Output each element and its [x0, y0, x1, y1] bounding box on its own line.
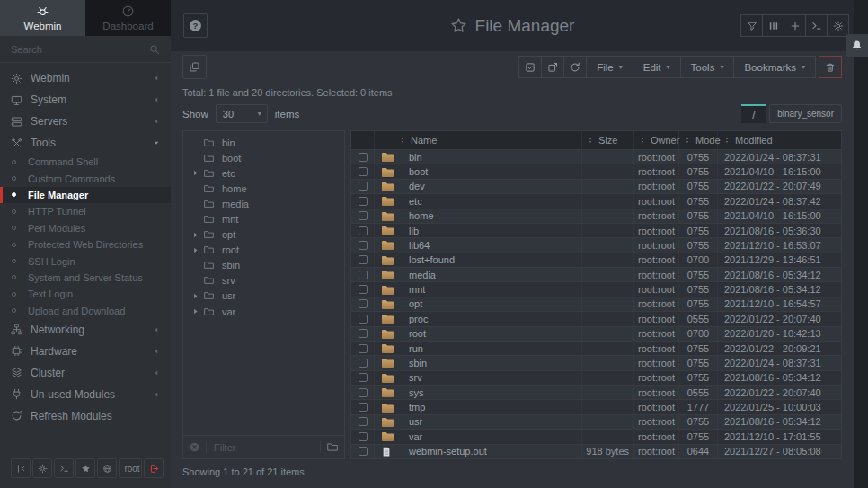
- user-button[interactable]: root: [119, 458, 142, 478]
- breadcrumb-root[interactable]: /: [741, 104, 766, 123]
- sidebar-item[interactable]: SSH Login: [0, 253, 171, 269]
- row-checkbox[interactable]: [359, 285, 368, 294]
- tree-item[interactable]: sbin: [183, 258, 344, 273]
- favorites-button[interactable]: [75, 458, 95, 478]
- tree-item[interactable]: usr: [183, 288, 344, 304]
- file-name[interactable]: webmin-setup.out: [403, 445, 582, 458]
- expand-caret-icon[interactable]: [191, 292, 199, 300]
- table-row[interactable]: lost+found root:root 0700 2021/12/29 - 1…: [351, 253, 841, 267]
- file-name[interactable]: usr: [403, 415, 582, 429]
- table-row[interactable]: etc root:root 0755 2022/01/24 - 08:37:42: [351, 193, 841, 208]
- sidebar-item[interactable]: HTTP Tunnel: [0, 203, 171, 219]
- tree-item[interactable]: mnt: [183, 211, 344, 226]
- sidebar-item[interactable]: Un-used Modules: [0, 384, 171, 405]
- table-row[interactable]: tmp root:root 1777 2022/01/25 - 10:00:03: [351, 399, 841, 413]
- sidebar-item[interactable]: Text Login: [0, 286, 171, 302]
- file-name[interactable]: media: [403, 268, 582, 281]
- row-checkbox[interactable]: [359, 432, 368, 441]
- columns-button[interactable]: [762, 14, 784, 37]
- tree-filter-input[interactable]: [212, 441, 314, 454]
- table-row[interactable]: boot root:root 0755 2021/04/10 - 16:15:0…: [351, 164, 841, 178]
- search-input[interactable]: [11, 44, 149, 55]
- row-checkbox[interactable]: [359, 153, 368, 162]
- tree-item[interactable]: etc: [183, 165, 344, 181]
- edit-menu-button[interactable]: Edit▾: [633, 56, 681, 78]
- sidebar-item[interactable]: Protected Web Directories: [0, 236, 171, 253]
- sidebar-item[interactable]: Hardware: [0, 341, 171, 362]
- sidebar-item[interactable]: Upload and Download: [0, 303, 171, 319]
- row-checkbox[interactable]: [359, 182, 368, 191]
- tree-item[interactable]: srv: [183, 273, 344, 288]
- file-name[interactable]: opt: [403, 297, 582, 311]
- row-checkbox[interactable]: [359, 315, 368, 324]
- tools-menu-button[interactable]: Tools▾: [680, 56, 735, 78]
- help-button[interactable]: ?: [183, 13, 208, 38]
- column-header-owner[interactable]: Owner: [634, 131, 679, 149]
- row-checkbox[interactable]: [359, 417, 368, 426]
- file-name[interactable]: lost+found: [403, 253, 582, 267]
- file-name[interactable]: sbin: [403, 356, 582, 369]
- folder-icon[interactable]: [326, 441, 339, 453]
- file-name[interactable]: mnt: [403, 282, 582, 296]
- tree-item[interactable]: media: [183, 196, 344, 211]
- file-name[interactable]: var: [403, 430, 582, 443]
- sidebar-item[interactable]: Custom Commands: [0, 170, 171, 186]
- row-checkbox[interactable]: [359, 241, 368, 250]
- file-name[interactable]: sys: [403, 386, 582, 399]
- file-name[interactable]: tmp: [403, 400, 582, 413]
- row-checkbox[interactable]: [359, 388, 368, 397]
- tree-item[interactable]: root: [183, 243, 344, 258]
- file-name[interactable]: etc: [403, 194, 582, 208]
- sidebar-item[interactable]: Webmin: [0, 67, 171, 89]
- row-checkbox[interactable]: [359, 255, 368, 264]
- expand-caret-icon[interactable]: [191, 169, 199, 177]
- export-button[interactable]: [541, 56, 564, 78]
- file-name[interactable]: home: [403, 209, 582, 223]
- file-name[interactable]: boot: [403, 164, 582, 178]
- theme-button[interactable]: [32, 458, 52, 478]
- table-row[interactable]: run root:root 0755 2022/01/22 - 20:09:21: [351, 341, 841, 355]
- clone-window-button[interactable]: [182, 55, 207, 79]
- file-name[interactable]: run: [403, 342, 582, 355]
- row-checkbox[interactable]: [359, 373, 368, 382]
- tree-item[interactable]: boot: [183, 150, 344, 165]
- table-row[interactable]: mnt root:root 0755 2021/08/16 - 05:34:12: [351, 281, 841, 296]
- table-row[interactable]: root root:root 0700 2022/01/20 - 10:42:1…: [351, 326, 841, 341]
- breadcrumb-path[interactable]: binary_sensor: [769, 104, 842, 123]
- table-row[interactable]: bin root:root 0755 2022/01/24 - 08:37:31: [351, 149, 841, 164]
- sidebar-item[interactable]: Command Shell: [0, 154, 171, 170]
- tree-item[interactable]: bin: [183, 135, 344, 150]
- file-name[interactable]: bin: [403, 150, 582, 164]
- column-header-mode[interactable]: Mode: [679, 131, 718, 149]
- tree-item[interactable]: var: [183, 304, 344, 319]
- column-header-name[interactable]: Name: [375, 131, 582, 149]
- collapse-sidebar-button[interactable]: [11, 458, 31, 478]
- file-menu-button[interactable]: File▾: [586, 56, 633, 78]
- row-checkbox[interactable]: [359, 359, 368, 368]
- table-row[interactable]: webmin-setup.out 918 bytes root:root 064…: [351, 444, 841, 458]
- sidebar-item[interactable]: System: [0, 89, 171, 111]
- table-row[interactable]: srv root:root 0755 2021/08/16 - 05:34:12: [351, 370, 841, 385]
- table-row[interactable]: lib64 root:root 0755 2021/12/10 - 16:53:…: [351, 237, 841, 252]
- tree-item[interactable]: home: [183, 181, 344, 196]
- table-row[interactable]: lib root:root 0755 2021/08/16 - 05:36:30: [351, 223, 841, 237]
- sidebar-item[interactable]: Networking: [0, 319, 171, 341]
- table-row[interactable]: usr root:root 0755 2021/08/16 - 05:34:12: [351, 414, 841, 429]
- sidebar-item[interactable]: Cluster: [0, 362, 171, 384]
- settings-button[interactable]: [827, 14, 849, 37]
- terminal-button[interactable]: [805, 14, 828, 37]
- table-row[interactable]: dev root:root 0755 2022/01/22 - 20:07:49: [351, 179, 841, 193]
- sidebar-item[interactable]: Servers: [0, 111, 171, 132]
- trash-button[interactable]: [819, 56, 842, 78]
- row-checkbox[interactable]: [359, 447, 368, 456]
- select-all-button[interactable]: [518, 56, 542, 78]
- row-checkbox[interactable]: [359, 211, 368, 220]
- notifications-tab[interactable]: [846, 34, 868, 57]
- sidebar-item[interactable]: File Manager: [0, 187, 171, 203]
- expand-caret-icon[interactable]: [191, 246, 199, 254]
- refresh-button[interactable]: [563, 56, 587, 78]
- column-header-size[interactable]: Size: [582, 131, 634, 149]
- bookmarks-menu-button[interactable]: Bookmarks▾: [733, 56, 816, 78]
- table-row[interactable]: media root:root 0755 2021/08/16 - 05:34:…: [351, 267, 841, 281]
- expand-caret-icon[interactable]: [191, 231, 199, 239]
